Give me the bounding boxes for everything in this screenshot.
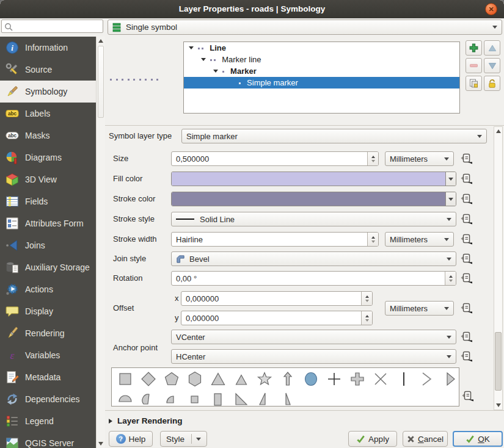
duplicate-symbol-layer-button[interactable] [466,76,482,91]
stroke-width-data-defined-override-button[interactable] [460,233,473,246]
rotation-data-defined-override-button[interactable] [460,272,473,285]
tree-item-line[interactable]: Line [184,42,459,54]
shape-square-icon[interactable] [117,371,133,387]
shape-hexagon-icon[interactable] [187,371,203,387]
scroll-up-icon[interactable] [496,129,501,133]
move-up-button[interactable] [484,40,500,56]
spin-buttons[interactable] [361,311,372,325]
shape-quarter-square-icon[interactable] [187,391,203,406]
join-style-combo[interactable]: Bevel [171,251,456,266]
fill-color-data-defined-override-button[interactable] [460,172,473,186]
shape-third-circle-icon[interactable] [141,391,156,406]
options-scrollbar[interactable] [494,126,503,410]
stroke-color-data-defined-override-button[interactable] [460,192,473,206]
symbol-layer-type-combo[interactable]: Simple marker [181,129,487,143]
join-style-data-defined-override-button[interactable] [460,252,473,266]
shape-line-icon[interactable] [396,371,412,387]
expander-icon[interactable] [189,46,194,49]
sidebar-item-source[interactable]: Source [0,59,96,81]
expander-icon[interactable] [213,70,218,73]
scroll-down-icon[interactable] [496,403,501,407]
anchor-horizontal-data-defined-override-button[interactable] [460,350,473,363]
shape-arrowhead-icon[interactable] [419,371,435,387]
add-symbol-layer-button[interactable] [466,40,482,56]
stroke-style-combo[interactable]: Solid Line [171,212,456,226]
shape-quarter-circle-icon[interactable] [164,391,180,406]
shape-circle-icon[interactable] [303,371,319,387]
anchor-horizontal-combo[interactable]: HCenter [171,349,456,364]
fill-color-button[interactable] [171,172,456,186]
shape-half-square-icon[interactable] [210,391,226,406]
apply-button[interactable]: Apply [348,431,397,447]
stroke-width-spinbox[interactable]: Hairline [171,232,379,247]
shape-filled-arrowhead-icon[interactable] [442,371,458,387]
shape-equilateral-triangle-icon[interactable] [233,371,249,387]
size-spinbox[interactable]: 0,500000 [171,151,379,166]
shape-cross2-icon[interactable] [373,371,389,387]
spin-buttons[interactable] [367,233,378,246]
lock-color-button[interactable] [484,76,500,91]
search-box[interactable] [1,20,103,33]
help-button[interactable]: ? Help [109,431,153,447]
ok-button[interactable]: OK [453,431,503,447]
spin-up-icon[interactable] [449,275,453,278]
spin-up-icon[interactable] [365,315,369,317]
shape-diamond-icon[interactable] [141,371,156,387]
shape-cross-fill-icon[interactable] [349,371,365,387]
shape-cross-icon[interactable] [326,371,342,387]
sidebar-item-information[interactable]: i Information [0,37,96,59]
search-input[interactable] [14,21,102,33]
shape-triangle-icon[interactable] [210,371,226,387]
spin-up-icon[interactable] [371,236,375,239]
tree-item-marker[interactable]: Marker [184,65,459,77]
expander-icon[interactable] [201,58,206,61]
shape-star-icon[interactable] [257,371,272,387]
color-dropdown[interactable] [445,172,456,186]
spin-buttons[interactable] [361,292,372,305]
shape-left-half-triangle-icon[interactable] [257,391,272,406]
stroke-width-unit-combo[interactable]: Millimeters [385,232,454,247]
sidebar-item-metadata[interactable]: Metadata [0,366,96,388]
rotation-spinbox[interactable]: 0,00 ° [171,271,456,286]
shape-semi-circle-icon[interactable] [117,391,133,406]
spin-down-icon[interactable] [371,160,375,162]
sidebar-item-legend[interactable]: Legend [0,410,96,432]
scroll-up-icon[interactable] [98,39,103,43]
color-dropdown[interactable] [445,192,456,206]
shape-right-half-triangle-icon[interactable] [280,391,296,406]
sidebar-scrollbar-thumb[interactable] [98,46,104,118]
sidebar-item-labels[interactable]: abc Labels [0,103,96,125]
spin-up-icon[interactable] [365,295,369,298]
spin-down-icon[interactable] [365,319,369,322]
renderer-combo[interactable]: Single symbol [108,20,502,35]
shape-data-defined-override-button[interactable] [461,389,475,403]
close-button[interactable]: ✕ [485,3,497,15]
move-down-button[interactable] [484,58,500,73]
options-scrollbar-thumb[interactable] [495,332,502,391]
tree-item-simple-marker[interactable]: Simple marker [184,77,459,89]
spin-up-icon[interactable] [371,156,375,158]
stroke-style-data-defined-override-button[interactable] [460,212,473,226]
sidebar-item-dependencies[interactable]: Dependencies [0,388,96,410]
spin-down-icon[interactable] [371,240,375,243]
shape-arrow-icon[interactable] [280,371,296,387]
size-data-defined-override-button[interactable] [460,152,473,165]
offset-y-spinbox[interactable]: 0,000000 [181,311,373,325]
remove-symbol-layer-button[interactable] [466,58,482,73]
sidebar-item-symbology[interactable]: Symbology [0,81,96,103]
spin-down-icon[interactable] [449,280,453,282]
size-unit-combo[interactable]: Millimeters [385,151,454,166]
spin-down-icon[interactable] [365,300,369,302]
scroll-down-icon[interactable] [98,442,103,446]
layer-rendering-toggle[interactable]: Layer Rendering [109,416,183,425]
style-button[interactable]: Style [160,431,207,447]
offset-x-spinbox[interactable]: 0,000000 [181,291,373,306]
spin-buttons[interactable] [367,152,378,165]
stroke-color-button[interactable] [171,192,456,206]
spin-buttons[interactable] [445,272,456,285]
sidebar-item-qgis-server[interactable]: QGIS Server [0,432,96,448]
shape-diagonal-half-square-icon[interactable] [233,391,249,406]
tree-item-marker-line[interactable]: Marker line [184,54,459,65]
cancel-button[interactable]: Cancel [403,431,448,447]
shape-pentagon-icon[interactable] [164,371,180,387]
